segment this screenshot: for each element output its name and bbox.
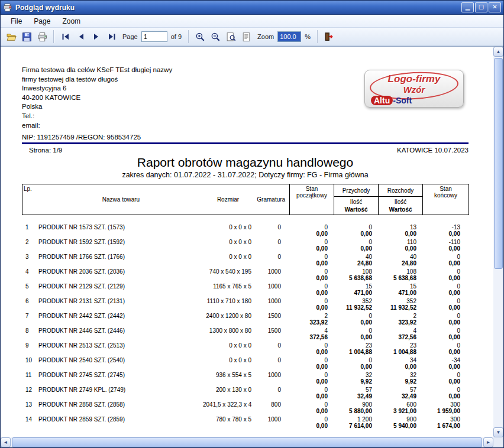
preview-viewport: Firma testowa dla celów KSeF TEst długie… (1, 46, 503, 447)
scroll-up-button[interactable]: ▲ (493, 47, 503, 57)
cell-incoming: 231 004,88 (334, 341, 378, 356)
menu-zoom[interactable]: Zoom (57, 16, 86, 27)
logo-brand-altu: Altu (371, 96, 393, 105)
cell-size: 0 x 0 x 0 (203, 356, 253, 371)
city-date: KATOWICE 10.07.2023 (397, 147, 469, 154)
cell-name: PRODUKT NR 1592 SZT. (1592) (38, 238, 203, 252)
cell-incoming: 1085 638,68 (334, 267, 378, 282)
table-row: 14PRODUKT NR 2859 SZT. (2859)780 x 780 x… (22, 415, 469, 430)
percent-label: % (305, 33, 311, 40)
cell-lp: 5 (22, 282, 38, 297)
cell-outgoing: 2323,92 (378, 311, 422, 326)
horizontal-scrollbar[interactable]: ◄ ► (1, 437, 493, 447)
cell-outgoing: 6003 921,00 (378, 400, 422, 415)
toolbar-separator (53, 30, 54, 43)
toolbar-separator (188, 30, 189, 43)
cell-incoming: 15471,00 (334, 282, 378, 297)
cell-outgoing: 1100,00 (378, 238, 422, 252)
cell-weight: 0 (253, 385, 289, 400)
text-view-button[interactable] (239, 30, 254, 44)
cell-lp: 7 (22, 311, 38, 326)
page-number-input[interactable] (141, 31, 167, 42)
last-page-button[interactable] (104, 30, 119, 44)
cell-opening: 00,00 (289, 238, 334, 252)
menu-page[interactable]: Page (28, 16, 56, 27)
report-title: Raport obrotów magazynu handlowego (22, 155, 469, 170)
next-page-icon (92, 32, 101, 41)
zoom-label: Zoom (257, 33, 274, 40)
cell-lp: 13 (22, 400, 38, 415)
cell-outgoing: 4024,80 (378, 252, 422, 267)
cell-incoming: 9005 880,00 (334, 400, 378, 415)
cell-opening: 00,00 (289, 282, 334, 297)
cell-weight: 0 (253, 223, 289, 238)
document-page: Firma testowa dla celów KSeF TEst długie… (1, 47, 493, 437)
vertical-scroll-thumb[interactable] (494, 58, 503, 269)
cell-opening: 00,00 (289, 223, 334, 238)
column-subheader-qty-value: Ilość Wartość (379, 197, 423, 215)
cell-lp: 14 (22, 415, 38, 430)
cell-weight: 0 (253, 252, 289, 267)
menu-file[interactable]: File (5, 16, 27, 27)
titlebar[interactable]: Podgląd wydruku ▁ ▢ ✕ (1, 1, 503, 15)
company-line: email: (22, 121, 469, 131)
save-button[interactable] (20, 30, 34, 44)
table-row: 9PRODUKT NR 2513 SZT. (2513)0 x 0 x 0000… (22, 341, 469, 356)
cell-size: 2041,5 x 322,3 x 4 (203, 400, 253, 415)
table-row: 6PRODUKT NR 2131 SZT. (2131)1110 x 710 x… (22, 297, 469, 311)
cell-lp: 2 (22, 238, 38, 252)
page-info: Strona: 1/9 (22, 147, 62, 154)
printer-icon (37, 32, 47, 42)
table-row: 1PRODUKT NR 1573 SZT. (1573)0 x 0 x 0000… (22, 223, 469, 238)
column-header-name: Nazwa towaru (39, 184, 203, 215)
column-header-closing: Stan końcowy (423, 184, 469, 215)
print-button[interactable] (35, 30, 50, 44)
cell-incoming: 00,00 (334, 356, 378, 371)
cell-weight: 1000 (253, 415, 289, 430)
scroll-down-button[interactable]: ▼ (493, 427, 503, 437)
open-button[interactable] (4, 30, 19, 44)
exit-button[interactable] (322, 30, 337, 44)
zoom-input[interactable] (277, 31, 301, 42)
cell-size: 0 x 0 x 0 (203, 341, 253, 356)
company-line: Tel.: (22, 112, 469, 121)
cell-opening: 2323,92 (289, 311, 334, 326)
zoom-out-icon (211, 32, 221, 42)
zoom-in-button[interactable] (193, 30, 208, 44)
first-page-button[interactable] (58, 30, 73, 44)
minimize-button[interactable]: ▁ (461, 2, 474, 12)
horizontal-scroll-thumb[interactable] (12, 437, 482, 447)
cell-closing: 00,00 (422, 371, 469, 385)
column-header-outgoing: Rozchody (379, 184, 423, 197)
cell-weight: 1500 (253, 311, 289, 326)
column-header-incoming: Przychody (334, 184, 379, 197)
table-row: 10PRODUKT NR 2540 SZT. (2540)0 x 0 x 000… (22, 356, 469, 371)
table-row: 3PRODUKT NR 1766 SZT. (1766)0 x 0 x 0000… (22, 252, 469, 267)
fit-page-button[interactable] (224, 30, 238, 44)
cell-opening: 00,00 (289, 341, 334, 356)
prev-page-button[interactable] (73, 30, 88, 44)
cell-lp: 4 (22, 267, 38, 282)
zoom-out-button[interactable] (208, 30, 223, 44)
window-controls: ▁ ▢ ✕ (461, 2, 501, 12)
scroll-left-button[interactable]: ◄ (1, 437, 11, 447)
cell-name: PRODUKT NR 2442 SZT. (2442) (38, 311, 203, 326)
cell-size: 780 x 780 x 5 (203, 415, 253, 430)
maximize-button[interactable]: ▢ (475, 2, 487, 12)
cell-lp: 6 (22, 297, 38, 311)
floppy-icon (22, 32, 32, 42)
close-button[interactable]: ✕ (489, 2, 501, 12)
scroll-right-button[interactable]: ► (483, 437, 493, 447)
cell-closing: -130,00 (422, 223, 469, 238)
report-table: 1PRODUKT NR 1573 SZT. (1573)0 x 0 x 0000… (22, 223, 469, 430)
vertical-scrollbar[interactable]: ▲ ▼ (493, 47, 503, 437)
cell-closing: 3001 674,00 (422, 415, 469, 430)
cell-incoming: 4024,80 (334, 252, 378, 267)
next-page-button[interactable] (89, 30, 104, 44)
cell-weight: 1500 (253, 326, 289, 341)
cell-closing: -1100,00 (422, 238, 469, 252)
cell-name: PRODUKT NR 1573 SZT. (1573) (38, 223, 203, 238)
cell-name: PRODUKT NR 2858 SZT. (2858) (38, 400, 203, 415)
logo-text-line1: Logo-firmy (365, 73, 463, 85)
cell-size: 1165 x 765 x 5 (203, 282, 253, 297)
